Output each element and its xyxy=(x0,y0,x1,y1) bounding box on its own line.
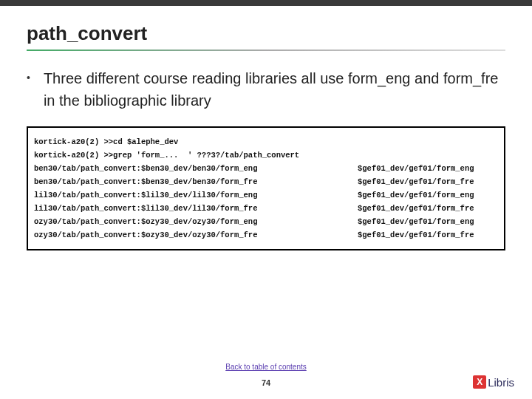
code-text: ben30/tab/path_convert:$ben30_dev/ben30/… xyxy=(34,164,257,173)
bullet-text: Three different course reading libraries… xyxy=(44,67,505,112)
code-text: $gef01_dev/gef01/form_eng xyxy=(358,191,498,200)
back-to-toc-link[interactable]: Back to table of contents xyxy=(225,363,307,371)
code-line: lil30/tab/path_convert:$lil30_dev/lil30/… xyxy=(34,188,498,202)
code-text: $gef01_dev/gef01/form_fre xyxy=(358,231,498,239)
code-line: lil30/tab/path_convert:$lil30_dev/lil30/… xyxy=(34,202,498,215)
code-text: lil30/tab/path_convert:$lil30_dev/lil30/… xyxy=(34,204,257,213)
bullet-row: • Three different course reading librari… xyxy=(27,67,505,112)
logo: X Libris xyxy=(473,375,514,389)
code-text: $gef01_dev/gef01/form_fre xyxy=(358,177,498,186)
code-text: $gef01_dev/gef01/form_eng xyxy=(358,164,498,173)
logo-text: Libris xyxy=(488,376,514,389)
top-stripe xyxy=(0,0,532,6)
page-title: path_convert xyxy=(27,22,505,45)
code-line: ben30/tab/path_convert:$ben30_dev/ben30/… xyxy=(34,175,498,188)
code-line: ozy30/tab/path_convert:$ozy30_dev/ozy30/… xyxy=(34,228,498,242)
code-text: ozy30/tab/path_convert:$ozy30_dev/ozy30/… xyxy=(34,217,257,226)
title-rule xyxy=(27,50,505,51)
slide: path_convert • Three different course re… xyxy=(0,0,532,399)
code-text: lil30/tab/path_convert:$lil30_dev/lil30/… xyxy=(34,191,257,200)
code-text: ozy30/tab/path_convert:$ozy30_dev/ozy30/… xyxy=(34,231,257,239)
page-number: 74 xyxy=(262,378,270,387)
code-line: kortick-a20(2) >>grep 'form_... ' ???3?/… xyxy=(34,149,498,162)
code-line: ozy30/tab/path_convert:$ozy30_dev/ozy30/… xyxy=(34,215,498,228)
code-text: kortick-a20(2) >>cd $alephe_dev xyxy=(34,137,178,146)
logo-x-icon: X xyxy=(473,375,486,389)
code-line: kortick-a20(2) >>cd $alephe_dev xyxy=(34,135,498,149)
code-text: $gef01_dev/gef01/form_fre xyxy=(358,204,498,213)
code-text: $gef01_dev/gef01/form_eng xyxy=(358,217,498,226)
code-box: kortick-a20(2) >>cd $alephe_dev kortick-… xyxy=(27,126,505,250)
footer: Back to table of contents 74 xyxy=(0,359,532,389)
code-text: kortick-a20(2) >>grep 'form_... ' ???3?/… xyxy=(34,151,299,160)
bullet-dot-icon: • xyxy=(27,72,30,83)
code-text: ben30/tab/path_convert:$ben30_dev/ben30/… xyxy=(34,177,257,186)
code-line: ben30/tab/path_convert:$ben30_dev/ben30/… xyxy=(34,162,498,175)
